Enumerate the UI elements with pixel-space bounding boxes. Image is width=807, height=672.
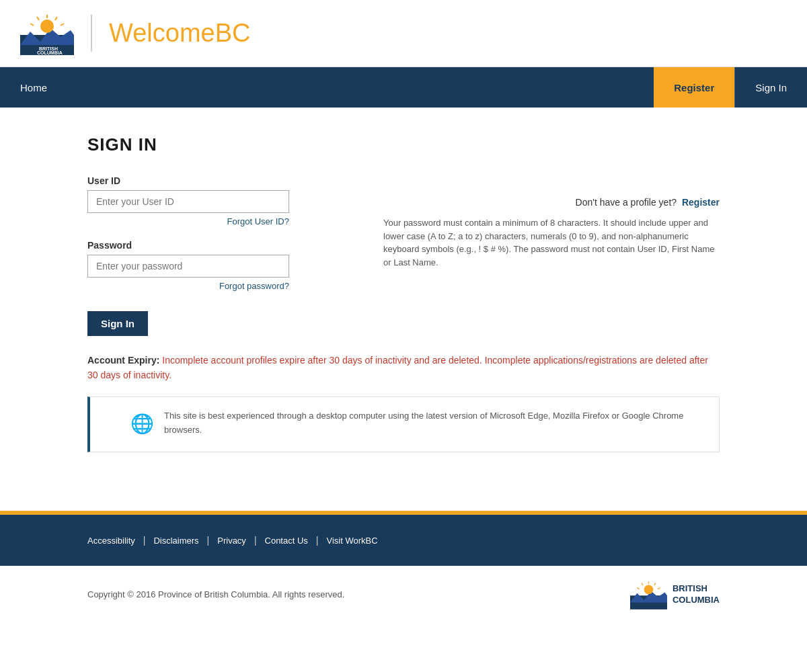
svg-line-14 <box>654 583 656 585</box>
account-expiry-label: Account Expiry: <box>87 355 159 366</box>
footer-blue: Accessibility | Disclaimers | Privacy | … <box>0 515 807 566</box>
footer-disclaimers-link[interactable]: Disclaimers <box>153 536 198 546</box>
logo-area: BRITISH COLUMBIA WelcomeBC <box>20 11 250 55</box>
bc-footer-line1: BRITISH <box>672 583 720 595</box>
nav-register-button[interactable]: Register <box>654 67 734 108</box>
svg-text:COLUMBIA: COLUMBIA <box>37 50 63 55</box>
svg-line-6 <box>37 17 39 20</box>
footer-workbc-link[interactable]: Visit WorkBC <box>326 536 377 546</box>
main-content: SIGN IN User ID Forgot User ID? Password… <box>0 108 807 511</box>
nav-spacer <box>67 67 654 108</box>
bc-footer-logo: BRITISH COLUMBIA <box>630 579 720 610</box>
bc-text: BC <box>215 19 251 47</box>
copyright-text: Copyright © 2016 Province of British Col… <box>87 589 344 599</box>
footer-links: Accessibility | Disclaimers | Privacy | … <box>87 535 720 546</box>
svg-line-17 <box>637 588 639 589</box>
bc-footer-logo-text: BRITISH COLUMBIA <box>672 583 720 606</box>
footer-accessibility-link[interactable]: Accessibility <box>87 536 135 546</box>
page-title: SIGN IN <box>87 134 720 155</box>
welcome-bc-logo-text: WelcomeBC <box>109 19 250 48</box>
logo-divider <box>91 15 92 52</box>
password-input[interactable] <box>87 255 289 278</box>
no-profile-text: Don't have a profile yet? <box>576 197 677 208</box>
footer-sep-1: | <box>143 535 146 546</box>
forgot-password-link[interactable]: Forgot password? <box>87 281 289 291</box>
footer-bottom: Copyright © 2016 Province of British Col… <box>0 566 807 623</box>
browser-notice: 🌐 This site is best experienced through … <box>87 396 720 452</box>
footer-sep-3: | <box>254 535 257 546</box>
account-expiry-section: Account Expiry: Incomplete account profi… <box>87 353 720 383</box>
register-prompt: Don't have a profile yet? Register <box>383 196 720 210</box>
welcome-text: Welcome <box>109 19 215 47</box>
navigation: Home Register Sign In <box>0 67 807 108</box>
form-section: User ID Forgot User ID? Password Forgot … <box>87 175 720 336</box>
footer-contact-link[interactable]: Contact Us <box>265 536 308 546</box>
svg-point-2 <box>40 19 54 33</box>
account-expiry-text: Incomplete account profiles expire after… <box>87 355 708 380</box>
user-id-group: User ID Forgot User ID? <box>87 175 289 226</box>
header: BRITISH COLUMBIA WelcomeBC <box>0 0 807 67</box>
password-label: Password <box>87 240 289 251</box>
bc-footer-logo-icon <box>630 579 667 610</box>
forgot-user-id-link[interactable]: Forgot User ID? <box>87 216 289 226</box>
bc-footer-line2: COLUMBIA <box>672 595 720 606</box>
password-hint-text: Your password must contain a minimum of … <box>383 216 720 269</box>
footer-privacy-link[interactable]: Privacy <box>217 536 246 546</box>
user-id-label: User ID <box>87 175 289 186</box>
svg-point-12 <box>644 585 654 594</box>
svg-line-15 <box>658 588 660 589</box>
svg-line-4 <box>55 17 57 20</box>
sign-in-button[interactable]: Sign In <box>87 311 148 336</box>
nav-home-link[interactable]: Home <box>0 67 67 108</box>
globe-icon: 🌐 <box>130 409 154 439</box>
browser-notice-text: This site is best experienced through a … <box>164 409 707 437</box>
register-link[interactable]: Register <box>682 197 720 208</box>
form-right: Don't have a profile yet? Register Your … <box>383 175 720 269</box>
user-id-input[interactable] <box>87 190 289 213</box>
form-left: User ID Forgot User ID? Password Forgot … <box>87 175 289 336</box>
svg-line-16 <box>642 583 643 585</box>
bc-logo-icon: BRITISH COLUMBIA <box>20 11 74 55</box>
password-group: Password Forgot password? <box>87 240 289 291</box>
footer-sep-2: | <box>207 535 210 546</box>
svg-line-5 <box>61 24 64 26</box>
svg-line-7 <box>30 24 34 26</box>
footer-sep-4: | <box>316 535 319 546</box>
nav-signin-button[interactable]: Sign In <box>734 67 807 108</box>
